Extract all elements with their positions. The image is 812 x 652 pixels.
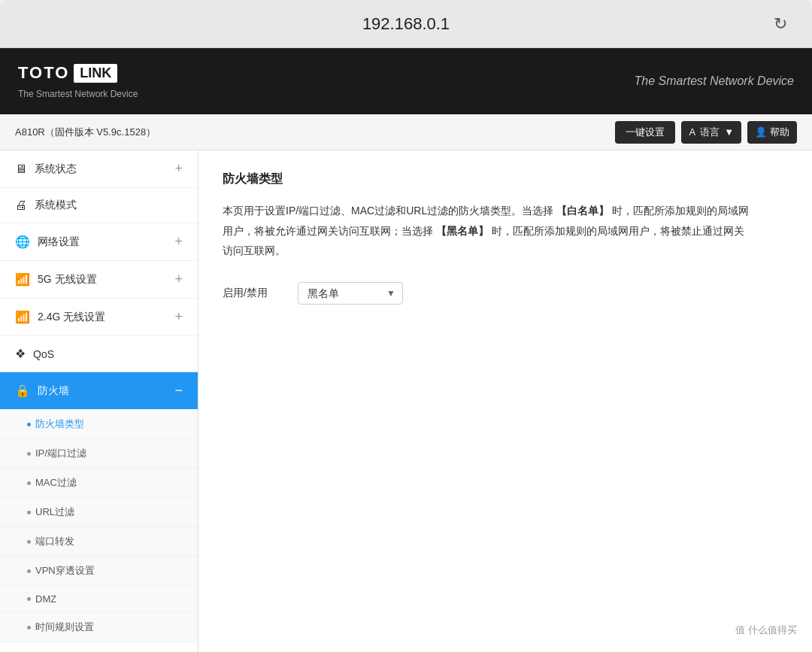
- blacklist-highlight: 【黑名单】: [436, 225, 489, 237]
- sidebar-label-firewall: 防火墙: [38, 384, 69, 398]
- sidebar-label-sys-mode: 系统模式: [35, 199, 77, 212]
- logo-link-text: LINK: [74, 64, 117, 83]
- sidebar-item-sys-mode[interactable]: 🖨 系统模式: [0, 188, 198, 223]
- language-button[interactable]: A 语言 ▼: [681, 121, 741, 144]
- port-forward-dot: [27, 540, 31, 544]
- quick-setup-button[interactable]: 一键设置: [615, 121, 675, 144]
- sidebar: 🖥 系统状态 + 🖨 系统模式 🌐 网络设置 +: [0, 150, 198, 652]
- enable-disable-label: 启用/禁用: [223, 287, 283, 300]
- sidebar-sub-dmz[interactable]: DMZ: [0, 586, 198, 613]
- mac-filter-dot: [27, 481, 31, 485]
- sidebar-label-qos: QoS: [33, 348, 54, 360]
- sidebar-sub-label-fw-type: 防火墙类型: [35, 417, 84, 431]
- time-rule-dot: [27, 626, 31, 629]
- language-icon: A: [689, 126, 695, 138]
- sys-status-icon: 🖥: [15, 162, 27, 176]
- net-settings-icon: 🌐: [15, 235, 30, 249]
- watermark: 值 什么值得买: [735, 623, 797, 637]
- ip-filter-dot: [27, 452, 31, 456]
- vpn-dot: [27, 569, 31, 573]
- sidebar-item-sys-status[interactable]: 🖥 系统状态 +: [0, 150, 198, 188]
- sidebar-item-net-settings[interactable]: 🌐 网络设置 +: [0, 223, 198, 261]
- router-ui: TOTO LINK The Smartest Network Device Th…: [0, 48, 812, 652]
- logo-area: TOTO LINK The Smartest Network Device: [18, 63, 138, 99]
- sidebar-sub-time-rule[interactable]: 时间规则设置: [0, 613, 198, 642]
- url-bar[interactable]: 192.168.0.1: [45, 14, 767, 34]
- page-description: 本页用于设置IP/端口过滤、MAC过滤和URL过滤的防火墙类型。当选择 【白名单…: [223, 201, 749, 261]
- sidebar-label-sys-status: 系统状态: [35, 162, 77, 176]
- sidebar-sub-label-vpn: VPN穿透设置: [35, 564, 95, 578]
- firewall-sub-menu: 防火墙类型 IP/端口过滤 MAC过滤 URL过滤 端口转发: [0, 410, 198, 642]
- sidebar-sub-label-ip-filter: IP/端口过滤: [35, 447, 86, 460]
- firewall-type-select[interactable]: 黑名单 白名单: [298, 282, 403, 305]
- sidebar-sub-label-time-rule: 时间规则设置: [35, 620, 94, 634]
- url-filter-dot: [27, 511, 31, 514]
- whitelist-highlight: 【白名单】: [556, 205, 609, 217]
- sidebar-sub-url-filter[interactable]: URL过滤: [0, 498, 198, 527]
- help-icon: 👤: [755, 126, 767, 138]
- router-header: TOTO LINK The Smartest Network Device Th…: [0, 48, 812, 114]
- sys-mode-icon: 🖨: [15, 199, 27, 212]
- sidebar-sub-label-dmz: DMZ: [35, 593, 56, 605]
- sidebar-sub-label-url-filter: URL过滤: [35, 505, 74, 519]
- reload-button[interactable]: ↻: [767, 11, 794, 38]
- sys-status-expand-icon: +: [174, 161, 183, 177]
- main-content: 防火墙类型 本页用于设置IP/端口过滤、MAC过滤和URL过滤的防火墙类型。当选…: [198, 150, 812, 652]
- sidebar-item-wifi-2g[interactable]: 📶 2.4G 无线设置 +: [0, 299, 198, 336]
- sidebar-item-wifi-5g[interactable]: 📶 5G 无线设置 +: [0, 261, 198, 299]
- firewall-icon: 🔒: [15, 384, 30, 398]
- device-info: A810R（固件版本 V5.9c.1528）: [15, 126, 156, 139]
- help-button[interactable]: 👤 帮助: [747, 121, 797, 144]
- sidebar-sub-vpn[interactable]: VPN穿透设置: [0, 556, 198, 586]
- page-title: 防火墙类型: [223, 171, 788, 187]
- firewall-collapse-icon: −: [174, 383, 183, 399]
- logo-toto-text: TOTO: [18, 63, 69, 83]
- sidebar-sub-ip-filter[interactable]: IP/端口过滤: [0, 439, 198, 469]
- qos-icon: ❖: [15, 347, 26, 361]
- firewall-type-form-row: 启用/禁用 黑名单 白名单 ▼: [223, 282, 788, 305]
- header-tagline-right: The Smartest Network Device: [634, 74, 794, 88]
- language-label: 语言: [700, 126, 720, 139]
- sidebar-sub-fw-type[interactable]: 防火墙类型: [0, 410, 198, 439]
- wifi-2g-icon: 📶: [15, 310, 30, 324]
- browser-bar: 192.168.0.1 ↻: [0, 0, 812, 48]
- wifi-5g-icon: 📶: [15, 272, 30, 287]
- sidebar-sub-port-forward[interactable]: 端口转发: [0, 527, 198, 556]
- wifi-2g-expand-icon: +: [174, 309, 183, 325]
- sidebar-label-wifi-5g: 5G 无线设置: [38, 273, 97, 287]
- firewall-select-wrap: 黑名单 白名单 ▼: [298, 282, 403, 305]
- fw-type-dot: [27, 423, 31, 426]
- net-settings-expand-icon: +: [174, 234, 183, 250]
- sidebar-item-qos[interactable]: ❖ QoS: [0, 336, 198, 372]
- sidebar-item-sys-mgmt[interactable]: ⚙ 系统管理 +: [0, 642, 198, 652]
- wifi-5g-expand-icon: +: [174, 271, 183, 287]
- toolbar-buttons: 一键设置 A 语言 ▼ 👤 帮助: [615, 121, 797, 144]
- dmz-dot: [27, 597, 31, 601]
- toolbar: A810R（固件版本 V5.9c.1528） 一键设置 A 语言 ▼ 👤 帮助: [0, 114, 812, 150]
- sidebar-sub-mac-filter[interactable]: MAC过滤: [0, 469, 198, 498]
- sidebar-item-firewall[interactable]: 🔒 防火墙 −: [0, 372, 198, 410]
- logo-tagline: The Smartest Network Device: [18, 89, 138, 99]
- language-arrow-icon: ▼: [724, 126, 734, 138]
- sidebar-sub-label-mac-filter: MAC过滤: [35, 476, 77, 490]
- main-layout: 🖥 系统状态 + 🖨 系统模式 🌐 网络设置 +: [0, 150, 812, 652]
- sidebar-sub-label-port-forward: 端口转发: [35, 535, 74, 548]
- sidebar-label-wifi-2g: 2.4G 无线设置: [38, 311, 105, 324]
- sidebar-label-net-settings: 网络设置: [38, 235, 80, 249]
- help-label: 帮助: [770, 126, 789, 139]
